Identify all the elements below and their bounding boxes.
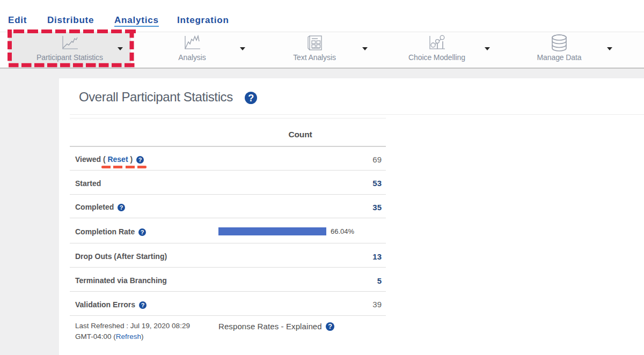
svg-text:?: ? [328, 323, 332, 330]
svg-text:?: ? [141, 229, 144, 235]
svg-text:?: ? [138, 157, 142, 163]
svg-text:?: ? [120, 204, 123, 211]
svg-text:?: ? [141, 302, 145, 308]
svg-text:?: ? [248, 93, 254, 103]
